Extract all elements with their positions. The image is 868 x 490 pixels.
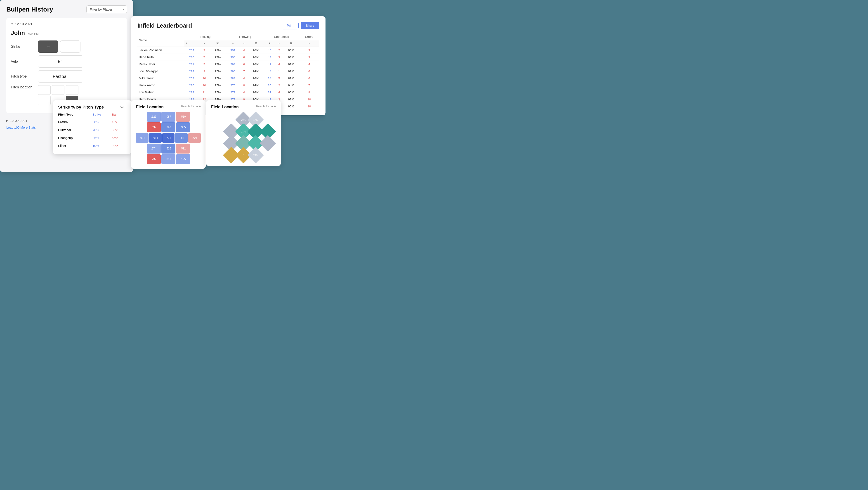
f-minus: 10 (199, 75, 210, 82)
err: 7 (299, 82, 319, 89)
field-panel-1-sub: Results for John (181, 105, 201, 108)
pitch-location-label: Pitch location (11, 85, 38, 89)
date-label-2: 12-09-2021 (10, 119, 27, 123)
field-cell-3-3: .721 (162, 133, 175, 143)
pitch-type-button[interactable]: Fastball (38, 70, 83, 83)
table-row: Hank Aaron 236 10 95% 276 8 97% 35 2 94%… (137, 82, 319, 89)
t-minus: 8 (240, 82, 248, 89)
f-pct: 95% (210, 82, 226, 89)
strike-panel-header: Strike % by Pitch Type John (58, 105, 126, 110)
sh-minus: 2 (275, 82, 283, 89)
f-minus: 3 (199, 47, 210, 54)
sub-col-err: - (299, 40, 319, 47)
t-pct: 98% (248, 61, 264, 68)
ball-val: 30% (112, 126, 126, 134)
field-location-panel-2: Field Location Results for John 20% 17% … (206, 100, 281, 166)
sub-col-t-minus: - (240, 40, 248, 47)
sh-pct: 97% (283, 68, 299, 75)
field-cell-2-2: .298 (161, 122, 176, 132)
sh-plus: 42 (264, 61, 275, 68)
err: 10 (299, 103, 319, 110)
sub-col-f-pct: % (210, 40, 226, 47)
filter-by-player-select[interactable]: Filter by Player (86, 5, 127, 13)
strike-val: 60% (92, 118, 112, 126)
strike-plus-button[interactable]: + (38, 40, 58, 53)
strike-val: 70% (92, 126, 112, 134)
sub-col-f-plus: + (184, 40, 199, 47)
pitch-cell-3[interactable] (66, 85, 79, 95)
field-cell-5-1: .732 (147, 154, 161, 164)
ball-val: 65% (112, 134, 126, 142)
sh-plus: 44 (264, 68, 275, 75)
f-minus: 5 (199, 61, 210, 68)
sh-plus: 43 (264, 54, 275, 61)
strike-table-row: Fastball 60% 40% (58, 118, 126, 126)
t-minus: 7 (240, 68, 248, 75)
strike-val: 10% (92, 142, 112, 150)
table-row: Babe Ruth 230 7 97% 300 6 98% 43 3 93% 3 (137, 54, 319, 61)
t-minus: 4 (240, 89, 248, 96)
t-minus: 6 (240, 54, 248, 61)
t-pct: 97% (248, 68, 264, 75)
velo-row: Velo 91 (11, 55, 123, 68)
t-minus: 6 (240, 61, 248, 68)
date-header-1[interactable]: ▼ 12-10-2021 (11, 22, 123, 26)
field-cell-3-1: .091 (136, 133, 149, 143)
sub-col-t-pct: % (248, 40, 264, 47)
t-minus: 4 (240, 75, 248, 82)
f-plus: 230 (184, 54, 199, 61)
player-name: Jackie Robinson (137, 47, 184, 54)
leaderboard-table: Name Fielding Throwing Short hops Errors… (137, 33, 319, 110)
diamond-cell-bot-3 (223, 147, 240, 163)
session-name: John (11, 29, 25, 36)
f-plus: 254 (184, 47, 199, 54)
field-row-4: .274 .526 .532 (136, 144, 201, 154)
err: 6 (299, 68, 319, 75)
field-row-1: .125 .087 .510 (136, 112, 201, 122)
pitch-type-name: Fastball (58, 118, 92, 126)
sh-pct: 95% (283, 47, 299, 54)
t-plus: 298 (226, 61, 240, 68)
table-row: Lou Gehrig 223 11 95% 279 4 98% 37 4 90%… (137, 89, 319, 96)
chevron-right-icon: ▶ (6, 119, 8, 122)
pitch-cell-4[interactable] (38, 96, 51, 105)
strike-minus-button[interactable]: - (60, 40, 81, 53)
sh-minus: 4 (275, 89, 283, 96)
player-name: Derek Jeter (137, 61, 184, 68)
f-plus: 208 (184, 75, 199, 82)
t-plus: 296 (226, 68, 240, 75)
t-minus: 4 (240, 47, 248, 54)
f-pct: 95% (210, 68, 226, 75)
strike-table-row: Slider 10% 90% (58, 142, 126, 150)
err: 3 (299, 47, 319, 54)
field-row-3: .091 .614 .721 .288 .521 (136, 133, 201, 143)
pitch-cell-2[interactable] (52, 85, 64, 95)
f-plus: 214 (184, 68, 199, 75)
strike-controls: + - (38, 40, 123, 53)
session-time: 6:34 PM (28, 32, 38, 35)
strike-col-pitch: Pitch Type (58, 113, 92, 118)
sh-pct: 91% (283, 61, 299, 68)
bullpen-header: Bullpen History Filter by Player ▾ (6, 5, 127, 13)
sh-plus: 35 (264, 82, 275, 89)
sh-minus: 3 (275, 54, 283, 61)
f-pct: 97% (210, 61, 226, 68)
ball-val: 40% (112, 118, 126, 126)
load-more-button[interactable]: Load 100 More Stats (6, 126, 36, 129)
diamond-cell-low-4 (259, 135, 276, 152)
table-row: Joe DiMaggio 214 9 95% 296 7 97% 44 1 97… (137, 68, 319, 75)
player-name: Joe DiMaggio (137, 68, 184, 75)
sh-plus: 37 (264, 89, 275, 96)
err: 9 (299, 89, 319, 96)
share-button[interactable]: Share (301, 22, 319, 29)
field-cell-2-3: .365 (176, 122, 190, 132)
t-pct: 98% (248, 89, 264, 96)
field-grid-1: .125 .087 .510 .637 .298 .365 .091 .614 … (136, 112, 201, 164)
print-button[interactable]: Print (282, 22, 299, 29)
leaderboard-title: Infield Leaderboard (137, 22, 192, 29)
chevron-down-icon: ▼ (11, 23, 13, 25)
field-cell-4-1: .274 (147, 144, 161, 154)
col-header-errors: Errors (299, 33, 319, 40)
date-section-1: ▼ 12-10-2021 John 6:34 PM Strike + - Vel… (6, 18, 127, 113)
pitch-cell-1[interactable] (38, 85, 51, 95)
